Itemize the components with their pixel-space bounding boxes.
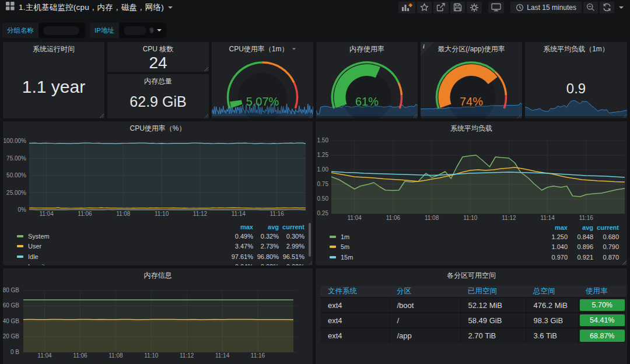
legend-row[interactable]: 15m0.9700.9210.870	[330, 252, 619, 262]
load-sparkline	[525, 99, 627, 116]
disk-table-header-row: 文件系统分区已用空间总空间使用率	[320, 286, 626, 298]
panel-mem-graph-title[interactable]: 内存信息	[3, 268, 313, 282]
mem-usage-value: 61%	[316, 95, 418, 108]
star-button[interactable]	[417, 2, 432, 13]
panel-cpu-usage-gauge: CPU使用率（1m） 5.07%	[212, 42, 313, 118]
y-axis-label: 60 GB	[3, 302, 19, 309]
panel-load-title[interactable]: 系统平均负载（1m）	[525, 42, 627, 56]
x-axis-label: 11:10	[463, 215, 478, 221]
time-range-picker[interactable]: Last 15 minutes	[510, 2, 582, 13]
redacted-value	[124, 26, 146, 35]
legend-row[interactable]: Idle97.61%96.80%96.51%	[17, 251, 304, 262]
usage-badge: 68.87%	[580, 330, 625, 342]
refresh-interval-caret[interactable]	[616, 2, 626, 13]
share-button[interactable]	[433, 2, 449, 13]
panel-uptime-title[interactable]: 系统运行时间	[3, 42, 104, 56]
resize-handle[interactable]	[204, 67, 208, 71]
series-swatch	[330, 236, 336, 238]
disk-table-header[interactable]: 文件系统	[320, 286, 389, 298]
cpu-usage-chart: 11:0411:0611:0811:1011:1211:1411:160%25.…	[3, 135, 313, 235]
legend-scrollbar[interactable]	[309, 223, 311, 257]
load-chart: 11:0411:0611:0811:1011:1211:1411:160.250…	[316, 135, 627, 238]
panel-app-gauge-title[interactable]: 最大分区(/app)使用率	[421, 42, 522, 56]
disk-table-cell: /app	[389, 328, 460, 343]
legend-row[interactable]: Iowait0.04%0.02%0.02%	[17, 262, 304, 266]
x-axis-label: 11:12	[193, 211, 208, 217]
dashboard-title-caret-icon[interactable]	[168, 6, 173, 9]
panel-load-graph: 系统平均负载 11:0411:0611:0811:1011:1211:1411:…	[316, 121, 627, 265]
panel-uptime: 系统运行时间 1.1 year	[3, 42, 104, 118]
panel-mem-total-title[interactable]: 内存总量	[107, 74, 209, 88]
panel-menu-caret-icon[interactable]	[292, 48, 295, 50]
panel-cpu-usage-graph: CPU使用率（%） 11:0411:0611:0811:1011:1211:14…	[3, 121, 313, 265]
disk-usage-cell: 54.41%	[578, 313, 626, 328]
disk-table-cell: ext4	[320, 328, 389, 343]
usage-badge: 54.41%	[580, 314, 625, 326]
zoom-out-button[interactable]	[583, 2, 598, 13]
resize-handle[interactable]	[622, 261, 626, 265]
series-swatch	[330, 246, 336, 248]
disk-table-header[interactable]: 总空间	[526, 286, 578, 298]
panel-cpu-graph-title[interactable]: CPU使用率（%）	[3, 121, 313, 135]
disk-table-row: ext4/58.49 GiB98.3 GiB54.41%	[320, 313, 626, 328]
x-axis-label: 11:06	[78, 211, 92, 217]
x-axis-label: 11:16	[270, 211, 284, 217]
y-axis-label: 75.00%	[6, 155, 26, 162]
legend-row[interactable]: User3.47%2.73%2.99%	[17, 242, 304, 252]
panel-load-1m: 系统平均负载（1m） 0.9	[525, 42, 627, 118]
y-axis-label: 100.00%	[4, 138, 27, 144]
cycle-view-button[interactable]	[488, 2, 504, 13]
resize-handle[interactable]	[204, 114, 208, 118]
y-axis-label: 50.00%	[6, 172, 26, 178]
cpu-usage-value: 5.07%	[212, 95, 313, 108]
variable-group-name: 分组名称	[2, 23, 85, 38]
disk-table-header[interactable]: 分区	[389, 286, 460, 298]
save-button[interactable]	[450, 2, 465, 13]
y-axis-label: 1.25	[317, 152, 329, 158]
panel-cpu-gauge-title[interactable]: CPU使用率（1m）	[212, 42, 313, 56]
variable-ip-select[interactable]: 9	[119, 23, 166, 38]
legend-row[interactable]: 1m1.2500.8480.680	[330, 232, 619, 242]
y-axis-label: 1.50	[317, 137, 329, 144]
resize-handle[interactable]	[308, 261, 312, 265]
load-graph-legend: maxavgcurrent1m1.2500.8480.6805m1.0400.8…	[330, 223, 619, 262]
legend-header: maxavgcurrent	[330, 223, 619, 232]
variable-group-label: 分组名称	[2, 23, 38, 38]
x-axis-label: 11:14	[232, 211, 246, 217]
panel-load-graph-title[interactable]: 系统平均负载	[316, 121, 627, 135]
disk-usage-cell: 5.70%	[578, 298, 626, 313]
x-axis-label: 11:08	[108, 352, 123, 359]
panel-app-partition-gauge: i 最大分区(/app)使用率 74%	[421, 42, 522, 118]
disk-table-header[interactable]: 使用率	[578, 286, 626, 298]
disk-table-cell: 52.12 MiB	[460, 298, 526, 313]
settings-button[interactable]	[467, 2, 482, 13]
panel-disk-table-title[interactable]: 各分区可用空间	[316, 268, 627, 282]
disk-table-cell: 2.70 TiB	[460, 328, 526, 343]
redacted-value	[43, 26, 79, 35]
dashboard-grid-icon[interactable]	[6, 2, 15, 13]
legend-row[interactable]: System0.49%0.32%0.30%	[17, 231, 304, 242]
refresh-button[interactable]	[600, 2, 614, 13]
disk-table-header[interactable]: 已用空间	[460, 286, 526, 298]
dashboard-title[interactable]: 1.主机基础监控(cpu，内存，磁盘，网络)	[19, 2, 164, 13]
series-swatch	[17, 256, 23, 258]
cpu-cores-value: 24	[107, 54, 209, 72]
resize-handle[interactable]	[309, 114, 313, 118]
variable-group-select[interactable]	[38, 23, 85, 38]
add-panel-button[interactable]	[398, 2, 415, 13]
resize-handle[interactable]	[413, 114, 417, 118]
disk-usage-cell: 68.87%	[578, 328, 626, 343]
variable-ip-caret-icon	[157, 29, 162, 32]
y-axis-label: 0.25	[317, 210, 329, 216]
resize-handle[interactable]	[100, 114, 104, 118]
disk-table-cell: 3.6 TiB	[526, 328, 578, 343]
resize-handle[interactable]	[517, 114, 522, 118]
disk-table-row: ext4/app2.70 TiB3.6 TiB68.87%	[320, 328, 626, 343]
legend-row[interactable]: 5m1.0400.8960.790	[330, 242, 619, 253]
resize-handle[interactable]	[622, 114, 626, 118]
disk-table-cell: 58.49 GiB	[460, 313, 526, 328]
panel-mem-gauge-title[interactable]: 内存使用率	[316, 42, 418, 56]
series-swatch	[17, 245, 23, 247]
x-axis-label: 11:08	[116, 211, 131, 217]
x-axis-label: 11:16	[579, 215, 594, 221]
